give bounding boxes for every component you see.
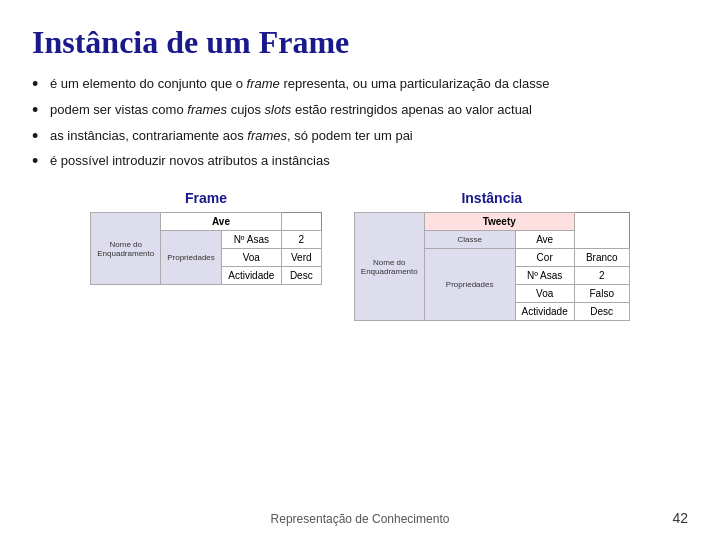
instance-nome-value: Tweety [424,213,574,231]
instance-val-act: Desc [574,303,629,321]
page-number: 42 [672,510,688,526]
frame-row-2: Voa [221,249,281,267]
bullet-item-3: • as instâncias, contrariamente aos fram… [32,127,688,147]
instance-props-label: Propriedades [424,249,515,321]
frame-diagram: Frame Nome doEnquadramento Ave Proprieda… [90,190,322,321]
instance-val-asas: 2 [574,267,629,285]
frame-row-1: Nº Asas [221,231,281,249]
diagrams-container: Frame Nome doEnquadramento Ave Proprieda… [32,190,688,321]
frame-nome-label: Nome doEnquadramento [91,213,161,285]
bullet-text-2: podem ser vistas como frames cujos slots… [50,101,532,119]
frame-table: Nome doEnquadramento Ave Propriedades Nº… [90,212,322,285]
footer: Representação de Conhecimento [0,512,720,526]
instance-classe-value: Ave [515,231,574,249]
bullet-dot: • [32,152,50,172]
instance-prop-asas: Nº Asas [515,267,574,285]
instance-diagram-title: Instância [461,190,522,206]
frame-diagram-title: Frame [185,190,227,206]
footer-text: Representação de Conhecimento [271,512,450,526]
bullet-item-1: • é um elemento do conjunto que o frame … [32,75,688,95]
instance-classe-label: Classe [424,231,515,249]
instance-prop-cor: Cor [515,249,574,267]
bullet-dot: • [32,101,50,121]
instance-prop-act: Actividade [515,303,574,321]
instance-nome-label: Nome doEnquadramento [354,213,424,321]
bullet-text-3: as instâncias, contrariamente aos frames… [50,127,413,145]
instance-diagram: Instância Nome doEnquadramento Tweety Cl… [354,190,630,321]
frame-val-3: Desc [281,267,321,285]
instance-prop-voa: Voa [515,285,574,303]
table-row: Nome doEnquadramento Tweety [354,213,629,231]
bullet-text-1: é um elemento do conjunto que o frame re… [50,75,549,93]
frame-val-1: 2 [281,231,321,249]
table-row: Nome doEnquadramento Ave [91,213,322,231]
instance-val-voa: Falso [574,285,629,303]
page-title: Instância de um Frame [32,24,688,61]
bullet-dot: • [32,75,50,95]
bullet-text-4: é possível introduzir novos atributos a … [50,152,330,170]
frame-props-label: Propriedades [161,231,222,285]
frame-nome-value: Ave [161,213,282,231]
bullet-item-2: • podem ser vistas como frames cujos slo… [32,101,688,121]
bullet-dot: • [32,127,50,147]
frame-val-2: Verd [281,249,321,267]
bullet-list: • é um elemento do conjunto que o frame … [32,75,688,172]
instance-val-cor: Branco [574,249,629,267]
bullet-item-4: • é possível introduzir novos atributos … [32,152,688,172]
instance-table: Nome doEnquadramento Tweety Classe Ave P… [354,212,630,321]
frame-row-3: Actividade [221,267,281,285]
